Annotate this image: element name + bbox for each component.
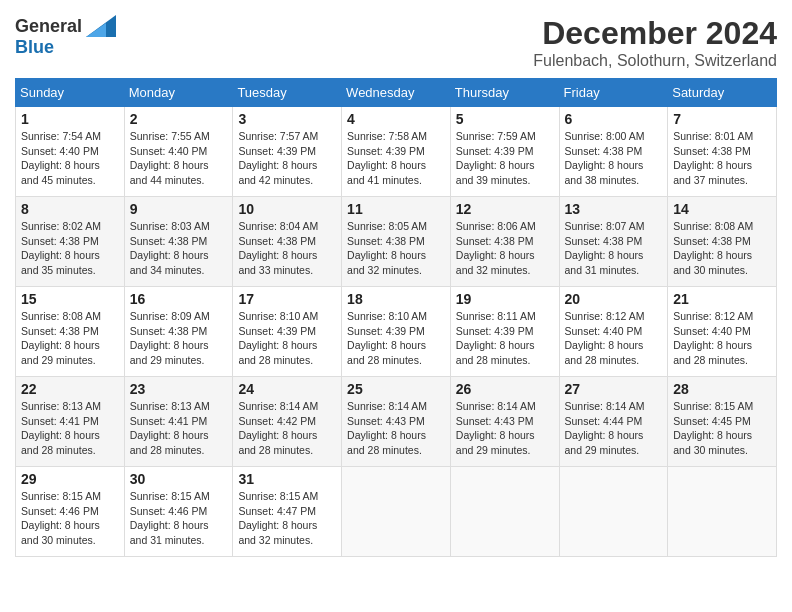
calendar-cell: 4 Sunrise: 7:58 AM Sunset: 4:39 PM Dayli… — [342, 107, 451, 197]
page-header: General Blue December 2024 Fulenbach, So… — [15, 15, 777, 70]
logo-general-text: General — [15, 16, 82, 37]
day-info: Sunrise: 8:08 AM Sunset: 4:38 PM Dayligh… — [21, 309, 119, 368]
calendar-week-row: 1 Sunrise: 7:54 AM Sunset: 4:40 PM Dayli… — [16, 107, 777, 197]
calendar-cell: 3 Sunrise: 7:57 AM Sunset: 4:39 PM Dayli… — [233, 107, 342, 197]
calendar-week-row: 22 Sunrise: 8:13 AM Sunset: 4:41 PM Dayl… — [16, 377, 777, 467]
day-number: 21 — [673, 291, 771, 307]
day-info: Sunrise: 8:03 AM Sunset: 4:38 PM Dayligh… — [130, 219, 228, 278]
day-info: Sunrise: 8:15 AM Sunset: 4:46 PM Dayligh… — [21, 489, 119, 548]
day-number: 16 — [130, 291, 228, 307]
day-info: Sunrise: 8:09 AM Sunset: 4:38 PM Dayligh… — [130, 309, 228, 368]
day-number: 5 — [456, 111, 554, 127]
day-info: Sunrise: 8:15 AM Sunset: 4:45 PM Dayligh… — [673, 399, 771, 458]
calendar-cell — [450, 467, 559, 557]
day-number: 28 — [673, 381, 771, 397]
calendar-cell: 6 Sunrise: 8:00 AM Sunset: 4:38 PM Dayli… — [559, 107, 668, 197]
calendar-cell: 11 Sunrise: 8:05 AM Sunset: 4:38 PM Dayl… — [342, 197, 451, 287]
calendar-cell: 7 Sunrise: 8:01 AM Sunset: 4:38 PM Dayli… — [668, 107, 777, 197]
calendar-cell: 18 Sunrise: 8:10 AM Sunset: 4:39 PM Dayl… — [342, 287, 451, 377]
calendar-cell — [559, 467, 668, 557]
day-number: 2 — [130, 111, 228, 127]
weekday-header-row: SundayMondayTuesdayWednesdayThursdayFrid… — [16, 79, 777, 107]
calendar-cell: 21 Sunrise: 8:12 AM Sunset: 4:40 PM Dayl… — [668, 287, 777, 377]
calendar-cell: 17 Sunrise: 8:10 AM Sunset: 4:39 PM Dayl… — [233, 287, 342, 377]
day-number: 12 — [456, 201, 554, 217]
day-number: 7 — [673, 111, 771, 127]
day-info: Sunrise: 8:11 AM Sunset: 4:39 PM Dayligh… — [456, 309, 554, 368]
day-number: 31 — [238, 471, 336, 487]
calendar-cell: 26 Sunrise: 8:14 AM Sunset: 4:43 PM Dayl… — [450, 377, 559, 467]
day-number: 1 — [21, 111, 119, 127]
day-number: 25 — [347, 381, 445, 397]
day-info: Sunrise: 8:14 AM Sunset: 4:43 PM Dayligh… — [347, 399, 445, 458]
day-info: Sunrise: 8:05 AM Sunset: 4:38 PM Dayligh… — [347, 219, 445, 278]
day-info: Sunrise: 7:54 AM Sunset: 4:40 PM Dayligh… — [21, 129, 119, 188]
day-info: Sunrise: 7:57 AM Sunset: 4:39 PM Dayligh… — [238, 129, 336, 188]
calendar-cell: 8 Sunrise: 8:02 AM Sunset: 4:38 PM Dayli… — [16, 197, 125, 287]
day-number: 6 — [565, 111, 663, 127]
calendar-cell: 23 Sunrise: 8:13 AM Sunset: 4:41 PM Dayl… — [124, 377, 233, 467]
title-section: December 2024 Fulenbach, Solothurn, Swit… — [533, 15, 777, 70]
day-info: Sunrise: 8:13 AM Sunset: 4:41 PM Dayligh… — [130, 399, 228, 458]
day-number: 4 — [347, 111, 445, 127]
calendar-cell: 5 Sunrise: 7:59 AM Sunset: 4:39 PM Dayli… — [450, 107, 559, 197]
calendar-cell: 27 Sunrise: 8:14 AM Sunset: 4:44 PM Dayl… — [559, 377, 668, 467]
weekday-header-wednesday: Wednesday — [342, 79, 451, 107]
day-info: Sunrise: 8:15 AM Sunset: 4:47 PM Dayligh… — [238, 489, 336, 548]
day-info: Sunrise: 8:00 AM Sunset: 4:38 PM Dayligh… — [565, 129, 663, 188]
calendar-cell: 30 Sunrise: 8:15 AM Sunset: 4:46 PM Dayl… — [124, 467, 233, 557]
weekday-header-tuesday: Tuesday — [233, 79, 342, 107]
calendar-cell: 12 Sunrise: 8:06 AM Sunset: 4:38 PM Dayl… — [450, 197, 559, 287]
day-number: 14 — [673, 201, 771, 217]
day-info: Sunrise: 8:13 AM Sunset: 4:41 PM Dayligh… — [21, 399, 119, 458]
calendar-cell: 20 Sunrise: 8:12 AM Sunset: 4:40 PM Dayl… — [559, 287, 668, 377]
day-number: 9 — [130, 201, 228, 217]
logo-icon — [86, 15, 116, 37]
day-info: Sunrise: 8:04 AM Sunset: 4:38 PM Dayligh… — [238, 219, 336, 278]
day-info: Sunrise: 8:06 AM Sunset: 4:38 PM Dayligh… — [456, 219, 554, 278]
calendar-cell: 16 Sunrise: 8:09 AM Sunset: 4:38 PM Dayl… — [124, 287, 233, 377]
svg-marker-1 — [86, 23, 106, 37]
day-info: Sunrise: 8:12 AM Sunset: 4:40 PM Dayligh… — [673, 309, 771, 368]
day-info: Sunrise: 7:55 AM Sunset: 4:40 PM Dayligh… — [130, 129, 228, 188]
calendar-cell — [668, 467, 777, 557]
day-number: 24 — [238, 381, 336, 397]
day-number: 13 — [565, 201, 663, 217]
calendar-cell: 28 Sunrise: 8:15 AM Sunset: 4:45 PM Dayl… — [668, 377, 777, 467]
calendar-table: SundayMondayTuesdayWednesdayThursdayFrid… — [15, 78, 777, 557]
location-text: Fulenbach, Solothurn, Switzerland — [533, 52, 777, 70]
weekday-header-sunday: Sunday — [16, 79, 125, 107]
calendar-cell: 14 Sunrise: 8:08 AM Sunset: 4:38 PM Dayl… — [668, 197, 777, 287]
calendar-cell: 15 Sunrise: 8:08 AM Sunset: 4:38 PM Dayl… — [16, 287, 125, 377]
day-number: 8 — [21, 201, 119, 217]
day-number: 30 — [130, 471, 228, 487]
calendar-cell: 13 Sunrise: 8:07 AM Sunset: 4:38 PM Dayl… — [559, 197, 668, 287]
day-number: 22 — [21, 381, 119, 397]
day-number: 23 — [130, 381, 228, 397]
weekday-header-friday: Friday — [559, 79, 668, 107]
calendar-cell: 9 Sunrise: 8:03 AM Sunset: 4:38 PM Dayli… — [124, 197, 233, 287]
day-info: Sunrise: 8:02 AM Sunset: 4:38 PM Dayligh… — [21, 219, 119, 278]
day-number: 20 — [565, 291, 663, 307]
calendar-cell: 29 Sunrise: 8:15 AM Sunset: 4:46 PM Dayl… — [16, 467, 125, 557]
day-info: Sunrise: 8:12 AM Sunset: 4:40 PM Dayligh… — [565, 309, 663, 368]
day-info: Sunrise: 8:07 AM Sunset: 4:38 PM Dayligh… — [565, 219, 663, 278]
calendar-cell: 1 Sunrise: 7:54 AM Sunset: 4:40 PM Dayli… — [16, 107, 125, 197]
calendar-cell: 2 Sunrise: 7:55 AM Sunset: 4:40 PM Dayli… — [124, 107, 233, 197]
day-info: Sunrise: 7:59 AM Sunset: 4:39 PM Dayligh… — [456, 129, 554, 188]
day-number: 17 — [238, 291, 336, 307]
calendar-cell: 24 Sunrise: 8:14 AM Sunset: 4:42 PM Dayl… — [233, 377, 342, 467]
day-info: Sunrise: 8:08 AM Sunset: 4:38 PM Dayligh… — [673, 219, 771, 278]
day-info: Sunrise: 8:14 AM Sunset: 4:42 PM Dayligh… — [238, 399, 336, 458]
day-number: 27 — [565, 381, 663, 397]
day-info: Sunrise: 8:10 AM Sunset: 4:39 PM Dayligh… — [347, 309, 445, 368]
calendar-cell: 25 Sunrise: 8:14 AM Sunset: 4:43 PM Dayl… — [342, 377, 451, 467]
logo-blue-text: Blue — [15, 37, 54, 58]
calendar-cell: 19 Sunrise: 8:11 AM Sunset: 4:39 PM Dayl… — [450, 287, 559, 377]
calendar-cell: 31 Sunrise: 8:15 AM Sunset: 4:47 PM Dayl… — [233, 467, 342, 557]
day-number: 18 — [347, 291, 445, 307]
day-number: 10 — [238, 201, 336, 217]
month-title: December 2024 — [533, 15, 777, 52]
day-number: 11 — [347, 201, 445, 217]
calendar-week-row: 29 Sunrise: 8:15 AM Sunset: 4:46 PM Dayl… — [16, 467, 777, 557]
